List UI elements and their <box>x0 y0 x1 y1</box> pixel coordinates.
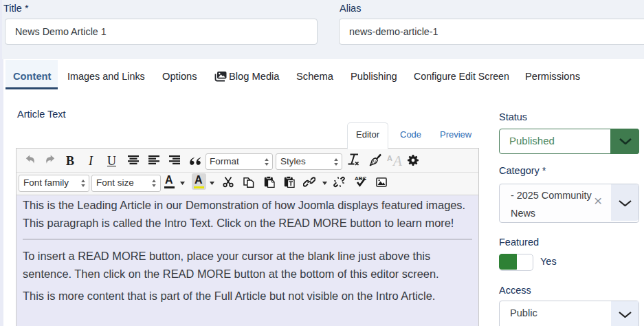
svg-text:ABC: ABC <box>355 175 367 182</box>
